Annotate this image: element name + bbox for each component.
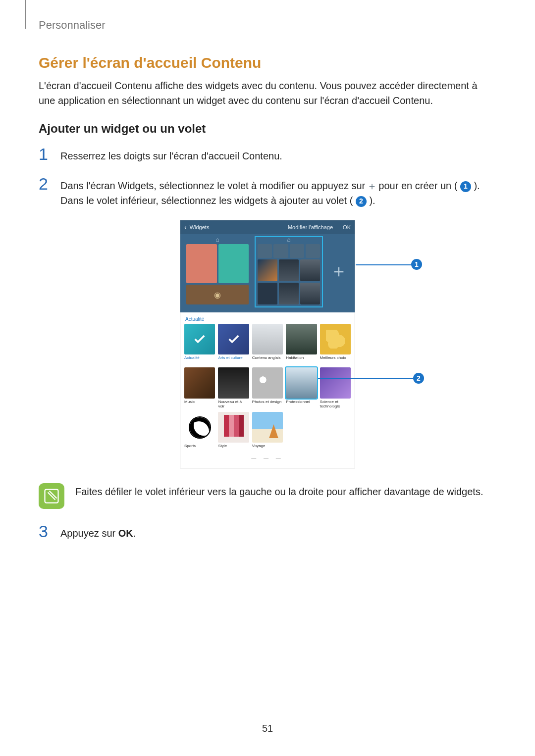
- tablet-frame: ‹ Widgets Modifier l'affichage OK ⌂ ◉ ⌂: [180, 220, 355, 468]
- widget-thumb[interactable]: [218, 367, 249, 398]
- widget-item[interactable]: Style: [218, 412, 249, 453]
- widget-thumb[interactable]: [184, 324, 215, 354]
- widget-thumb[interactable]: [320, 367, 351, 398]
- home-panel-1[interactable]: ⌂ ◉: [184, 237, 251, 306]
- page-indicator: — — —: [184, 455, 351, 461]
- widget-thumb[interactable]: [320, 324, 351, 354]
- widget-thumb[interactable]: [218, 324, 249, 354]
- figure-widgets-screen: ‹ Widgets Modifier l'affichage OK ⌂ ◉ ⌂: [94, 220, 441, 468]
- widget-item[interactable]: Music: [184, 367, 215, 409]
- widget-label: Science et technologie: [320, 400, 351, 409]
- header-side-rule: [25, 0, 26, 29]
- widget-item[interactable]: Science et technologie: [320, 367, 351, 409]
- widget-label: Nouveau et à voir: [218, 400, 249, 409]
- step-text: Dans l'écran Widgets, sélectionnez le vo…: [60, 175, 480, 208]
- widget-item[interactable]: Actualité: [184, 324, 215, 364]
- widget-label: Photos et design: [252, 400, 283, 408]
- plus-icon: [368, 183, 376, 191]
- text-fragment: ).: [367, 195, 375, 206]
- widget-thumb[interactable]: [184, 367, 215, 398]
- step-text: Resserrez les doigts sur l'écran d'accue…: [60, 146, 282, 163]
- widget-item[interactable]: Nouveau et à voir: [218, 367, 249, 409]
- panels-row: ⌂ ◉ ⌂: [180, 234, 355, 312]
- step-number: 1: [39, 146, 60, 162]
- widget-grid: ActualitéArts et cultureContenu anglaisH…: [184, 324, 351, 453]
- page-content: Gérer l'écran d'accueil Contenu L'écran …: [39, 54, 496, 553]
- text-fragment: .: [133, 528, 136, 539]
- callout-ref-2: 2: [356, 196, 367, 207]
- widget-label: Professionnel: [286, 400, 317, 408]
- widget-item[interactable]: Photos et design: [252, 367, 283, 409]
- text-fragment: Dans l'écran Widgets, sélectionnez le vo…: [60, 180, 368, 191]
- step-2: 2 Dans l'écran Widgets, sélectionnez le …: [39, 175, 496, 208]
- screen-title[interactable]: Widgets: [190, 224, 210, 230]
- widget-label: Music: [184, 400, 215, 408]
- callout-line-1: [356, 264, 411, 265]
- callout-badge-1: 1: [411, 259, 422, 270]
- ok-label: OK: [118, 528, 133, 539]
- widget-label: Habitation: [286, 355, 317, 364]
- text-fragment: Dans le volet inférieur, sélectionnez le…: [60, 195, 356, 206]
- step-1: 1 Resserrez les doigts sur l'écran d'acc…: [39, 146, 496, 163]
- ok-button[interactable]: OK: [343, 224, 351, 230]
- widget-thumb[interactable]: [252, 412, 283, 443]
- callout-ref-1: 1: [460, 181, 471, 192]
- widget-thumb[interactable]: [286, 367, 317, 398]
- callout-line-2: [318, 378, 413, 379]
- widget-label: Contenu anglais: [252, 355, 283, 364]
- callout-badge-2: 2: [413, 373, 424, 384]
- step-3: 3 Appuyez sur OK.: [39, 523, 496, 541]
- widget-thumb[interactable]: [252, 324, 283, 354]
- widget-label: Arts et culture: [218, 355, 249, 364]
- step-number: 3: [39, 523, 60, 540]
- widget-item[interactable]: Voyage: [252, 412, 283, 453]
- widget-section: Actualité ActualitéArts et cultureConten…: [180, 312, 355, 468]
- widget-label: Actualité: [184, 355, 215, 364]
- home-panel-2-selected[interactable]: ⌂: [256, 237, 322, 306]
- home-icon: ⌂: [256, 236, 322, 243]
- home-icon: ⌂: [184, 236, 251, 243]
- intro-text: L'écran d'accueil Contenu affiche des wi…: [39, 78, 496, 108]
- note-text: Faites défiler le volet inférieur vers l…: [75, 483, 483, 499]
- breadcrumb: Personnaliser: [39, 19, 106, 32]
- widget-label: Style: [218, 444, 249, 453]
- widget-label: Sports: [184, 444, 215, 453]
- section-label: Actualité: [185, 316, 351, 322]
- step-text: Appuyez sur OK.: [60, 523, 136, 541]
- widget-label: Meilleurs choix: [320, 355, 351, 364]
- widget-thumb[interactable]: [286, 324, 317, 354]
- widget-label: Voyage: [252, 444, 283, 453]
- widget-thumb[interactable]: [184, 412, 215, 443]
- widget-item[interactable]: Sports: [184, 412, 215, 453]
- text-fragment: Appuyez sur: [60, 528, 118, 539]
- tablet-header: ‹ Widgets Modifier l'affichage OK: [180, 220, 355, 234]
- widget-thumb[interactable]: [252, 367, 283, 398]
- widget-item[interactable]: Contenu anglais: [252, 324, 283, 364]
- add-panel-button[interactable]: [327, 237, 351, 306]
- widget-item[interactable]: Meilleurs choix: [320, 324, 351, 364]
- section-title: Ajouter un widget ou un volet: [39, 122, 496, 136]
- widget-item[interactable]: Habitation: [286, 324, 317, 364]
- modify-display-button[interactable]: Modifier l'affichage: [288, 224, 333, 230]
- widget-thumb[interactable]: [218, 412, 249, 443]
- page-number: 51: [0, 723, 535, 734]
- widget-item[interactable]: Professionnel: [286, 367, 317, 409]
- back-icon[interactable]: ‹: [184, 223, 187, 231]
- note-icon: [39, 483, 64, 509]
- check-icon: [184, 324, 215, 354]
- text-fragment: pour en créer un (: [376, 180, 460, 191]
- widget-item[interactable]: Arts et culture: [218, 324, 249, 364]
- tip-note: Faites défiler le volet inférieur vers l…: [39, 483, 496, 509]
- check-icon: [218, 324, 249, 354]
- text-fragment: ).: [471, 180, 480, 191]
- page-title: Gérer l'écran d'accueil Contenu: [39, 54, 496, 71]
- step-number: 2: [39, 175, 60, 192]
